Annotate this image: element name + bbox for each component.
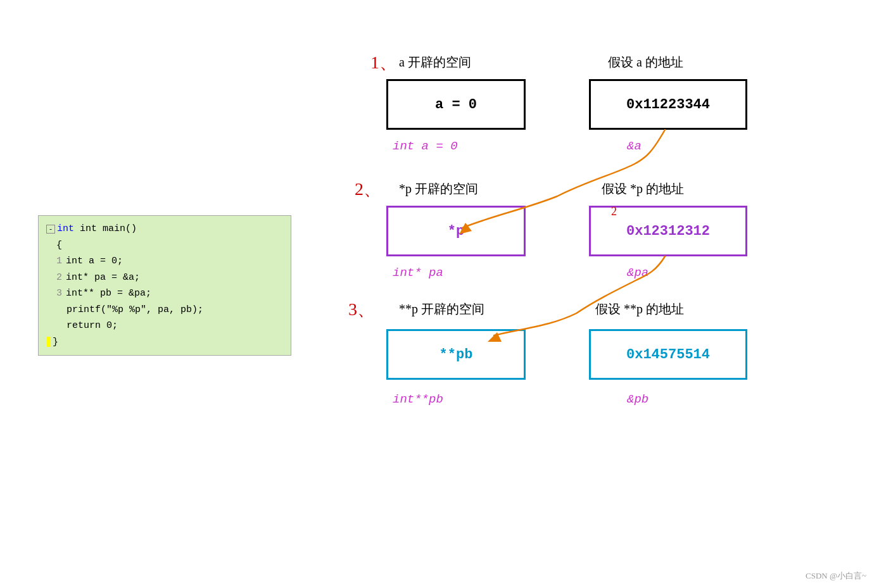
box2-addr-label: 假设 *p 的地址 [602,180,684,197]
box1-addr-box: 0x11223344 [589,79,747,130]
box1-value-box: a = 0 [386,79,526,130]
brace-close: } [53,334,58,351]
yellow-indicator [46,337,50,347]
box3-space-label: **p 开辟的空间 [399,301,484,318]
keyword-int: int [57,221,74,237]
code-panel: - int int main() { 1 int a = 0; 2 int* p… [38,215,291,356]
func-name: int main() [80,221,137,237]
line-num-2: 2 [56,270,62,286]
code-brace-open: { [46,237,283,254]
diagram-area: 1、 a 开辟的空间 假设 a 的地址 a = 0 0x11223344 int… [336,19,855,563]
box2-addr-text: 0x12312312 [626,223,710,239]
code-brace-close: } [46,334,283,351]
line-num-3: 3 [56,285,62,302]
step1-label: 1、 [370,51,397,75]
box1-desc-right: &a [627,139,642,153]
code-line-1: 1 int a = 0; [56,253,283,270]
collapse-icon[interactable]: - [46,225,55,234]
box2-space-label: *p 开辟的空间 [399,180,478,197]
box3-desc-left: int**pb [393,392,443,406]
brace-open: { [56,237,62,254]
box1-space-label: a 开辟的空间 [399,54,471,71]
box1-addr-label: 假设 a 的地址 [608,54,683,71]
watermark: CSDN @小白言~ [806,570,866,582]
box2-addr-box: 0x12312312 [589,206,747,256]
box2-value-text: *p [448,223,464,239]
box1-addr-text: 0x11223344 [626,97,710,113]
code-text-4: printf("%p %p", pa, pb); [66,302,203,318]
code-header-line: - int int main() [46,221,283,237]
box2-value-box: *p [386,206,526,256]
box2-desc-left: int* pa [393,266,443,280]
box3-value-text: **pb [439,347,473,363]
code-text-3: int** pb = &pa; [66,285,151,302]
box3-addr-text: 0x14575514 [626,347,710,363]
code-line-3: 3 int** pb = &pa; [56,285,283,302]
box3-value-box: **pb [386,329,526,380]
code-line-2: 2 int* pa = &a; [56,270,283,286]
code-text-5: return 0; [66,318,118,334]
code-line-4: printf("%p %p", pa, pb); [66,302,283,318]
step2-label: 2、 [355,177,381,201]
code-text-2: int* pa = &a; [66,270,140,286]
box1-desc-left: int a = 0 [393,139,458,153]
code-text-1: int a = 0; [66,253,123,270]
line-num-1: 1 [56,253,62,270]
box3-addr-box: 0x14575514 [589,329,747,380]
step3-label: 3、 [348,297,375,322]
box1-value-text: a = 0 [435,97,477,113]
box3-desc-right: &pb [627,392,648,406]
code-line-5: return 0; [66,318,283,334]
box2-desc-right: &pa [627,266,648,280]
box3-addr-label: 假设 **p 的地址 [595,301,684,318]
